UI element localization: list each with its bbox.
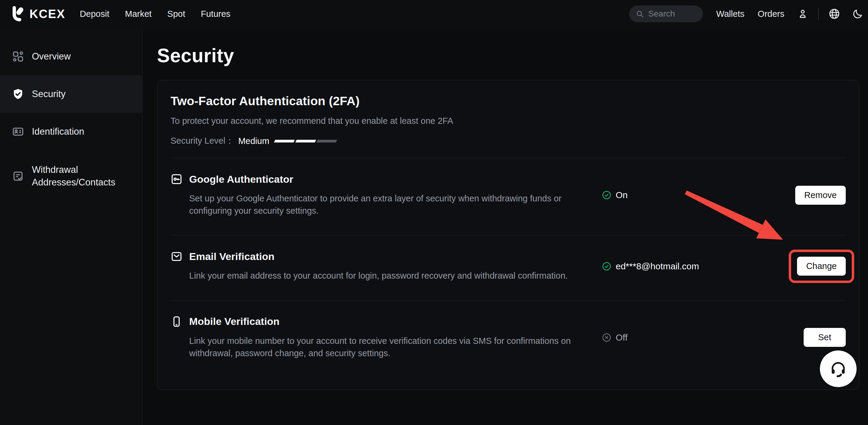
google-authenticator-status: On [602, 190, 628, 200]
email-verification-status: ed***8@hotmail.com [602, 261, 699, 271]
nav-link-spot[interactable]: Spot [167, 9, 185, 19]
security-level-row: Security Level： Medium [170, 135, 846, 147]
search-placeholder: Search [648, 9, 675, 19]
sidebar-item-withdrawal-addresses[interactable]: Withdrawal Addresses/Contacts [0, 150, 142, 202]
account-button[interactable] [797, 8, 808, 20]
remove-button[interactable]: Remove [795, 186, 846, 205]
support-button[interactable] [820, 351, 857, 387]
security-level-value: Medium [238, 136, 269, 146]
email-verification-row: Email Verification Link your email addre… [170, 235, 846, 300]
status-text: ed***8@hotmail.com [616, 261, 699, 271]
sidebar-item-label: Withdrawal Addresses/Contacts [32, 164, 128, 189]
orders-link[interactable]: Orders [757, 9, 784, 19]
navbar-right: Search Wallets Orders [629, 5, 863, 22]
moon-icon [852, 8, 863, 19]
mobile-verification-row: Mobile Verification Link your mobile num… [170, 301, 846, 378]
sidebar-item-overview[interactable]: Overview [0, 38, 142, 75]
row-description: Link your email address to your account … [189, 270, 580, 282]
search-icon [636, 10, 644, 18]
user-icon [797, 8, 808, 20]
row-title: Google Authenticator [189, 173, 293, 185]
row-title: Email Verification [189, 251, 274, 262]
change-button[interactable]: Change [797, 257, 846, 275]
mobile-verification-status: Off [602, 332, 627, 342]
wallets-link[interactable]: Wallets [716, 9, 744, 19]
mobile-phone-icon [170, 316, 183, 328]
status-text: Off [616, 332, 627, 342]
id-card-icon [12, 126, 24, 138]
logo-text: KCEX [29, 7, 65, 21]
nav-link-market[interactable]: Market [125, 9, 152, 19]
set-button[interactable]: Set [804, 328, 846, 347]
main-content: Security Two-Factor Authentication (2FA)… [143, 28, 868, 425]
sidebar-item-label: Identification [32, 125, 84, 138]
language-button[interactable] [828, 8, 840, 20]
nav-link-deposit[interactable]: Deposit [80, 9, 109, 19]
navbar-divider [818, 7, 819, 20]
navbar: KCEX Deposit Market Spot Futures Search … [0, 0, 868, 28]
check-circle-icon [602, 190, 612, 200]
globe-icon [828, 8, 840, 20]
page-title: Security [157, 44, 859, 67]
security-level-bar [275, 140, 337, 142]
check-circle-icon [602, 261, 612, 271]
status-text: On [616, 190, 628, 200]
search-input[interactable]: Search [629, 5, 703, 22]
kcex-logo-icon [9, 5, 27, 23]
row-description: Link your mobile number to your account … [189, 335, 580, 359]
row-description: Set up your Google Authenticator to prov… [189, 192, 580, 217]
main-nav: Deposit Market Spot Futures [80, 9, 230, 19]
level-segment [274, 140, 295, 142]
logo[interactable]: KCEX [9, 5, 65, 23]
twofa-card: Two-Factor Authentication (2FA) To prote… [157, 80, 859, 390]
security-level-label: Security Level： [170, 135, 234, 147]
sidebar-item-label: Security [32, 88, 66, 100]
google-authenticator-row: Google Authenticator Set up your Google … [170, 158, 846, 235]
overview-icon [12, 51, 24, 63]
email-icon [170, 250, 183, 262]
twofa-subtitle: To protect your account, we recommend th… [170, 116, 846, 126]
shield-check-icon [12, 88, 24, 100]
authenticator-key-icon [170, 173, 183, 185]
row-title: Mobile Verification [189, 316, 279, 327]
theme-toggle-button[interactable] [852, 8, 863, 19]
sidebar: Overview Security Identification [0, 28, 143, 425]
level-segment [316, 140, 337, 142]
sidebar-item-security[interactable]: Security [0, 75, 142, 113]
sidebar-item-label: Overview [32, 50, 71, 63]
headset-icon [829, 359, 848, 379]
x-circle-icon [602, 333, 612, 342]
sidebar-item-identification[interactable]: Identification [0, 113, 142, 150]
nav-link-futures[interactable]: Futures [201, 9, 230, 19]
document-check-icon [12, 170, 24, 182]
twofa-title: Two-Factor Authentication (2FA) [170, 94, 846, 108]
level-segment [295, 140, 316, 142]
